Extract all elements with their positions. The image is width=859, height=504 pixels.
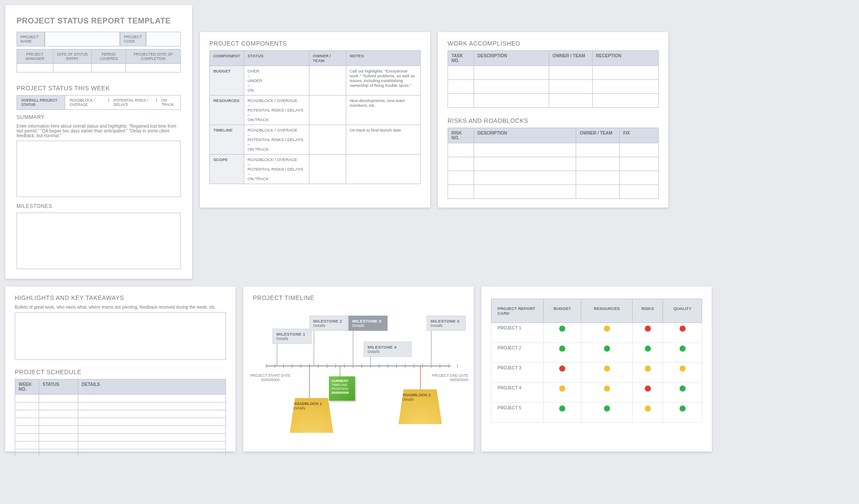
table-cell[interactable]: [474, 185, 576, 199]
table-cell[interactable]: [39, 395, 78, 402]
table-cell[interactable]: [474, 143, 576, 157]
project-id-row: PROJECT NAME PROJECT CODE: [17, 32, 181, 46]
table-cell[interactable]: [448, 94, 474, 108]
status-opt-roadblock[interactable]: ROADBLOCK / OVERAGE: [65, 96, 108, 109]
table-cell[interactable]: [78, 441, 226, 449]
table-cell[interactable]: [78, 418, 226, 426]
comp-notes[interactable]: On track to final launch date: [346, 125, 420, 155]
timeline-tick: [266, 364, 266, 368]
table-cell[interactable]: [15, 402, 39, 410]
table-cell[interactable]: [39, 441, 78, 449]
ms5-name: MILESTONE 5: [431, 319, 462, 323]
roadblock-2: ROADBLOCK 2Details: [398, 389, 442, 424]
table-cell[interactable]: [448, 143, 474, 157]
meta-h1: DATE OF STATUS ENTRY: [53, 49, 92, 64]
meta-cell[interactable]: [53, 64, 92, 72]
table-cell[interactable]: [448, 157, 474, 171]
status-opt-risks[interactable]: POTENTIAL RISKS / DELAYS: [109, 96, 156, 109]
status-opt-ontrack[interactable]: ON TRACK: [157, 96, 180, 109]
comp-h1: STATUS: [244, 51, 309, 66]
timeline-tick: [362, 364, 362, 368]
table-cell[interactable]: [78, 426, 226, 434]
table-cell[interactable]: [39, 402, 78, 410]
table-cell[interactable]: [15, 426, 39, 434]
highlights-hint: Bullets of great work, who owns what, wh…: [15, 305, 226, 310]
table-cell[interactable]: [15, 418, 39, 426]
table-cell[interactable]: [78, 402, 226, 410]
table-cell[interactable]: [448, 80, 474, 94]
comp-status[interactable]: ROADBLOCK / OVERAGE – POTENTIAL RISKS / …: [244, 96, 309, 125]
rc-cell: [544, 343, 581, 363]
table-cell[interactable]: [78, 434, 226, 441]
risks-h1: DESCRIPTION: [474, 128, 576, 143]
table-cell[interactable]: [39, 434, 78, 441]
table-cell[interactable]: [592, 66, 658, 80]
table-cell[interactable]: [78, 395, 226, 402]
table-cell[interactable]: [576, 157, 620, 171]
milestones-box[interactable]: [17, 213, 181, 269]
highlights-box[interactable]: [15, 312, 226, 360]
table-cell[interactable]: [15, 441, 39, 449]
status-dot-yellow: [604, 326, 610, 332]
summary-title: SUMMARY: [17, 114, 181, 120]
table-cell[interactable]: [448, 171, 474, 185]
comp-owner[interactable]: [309, 66, 346, 96]
comp-status[interactable]: ROADBLOCK / OVERAGE – POTENTIAL RISKS / …: [244, 155, 309, 184]
comp-notes[interactable]: New developments, new team members, etc.: [346, 96, 420, 125]
table-cell[interactable]: [474, 157, 576, 171]
meta-cell[interactable]: [17, 64, 53, 72]
rc-cell: [581, 343, 633, 363]
timeline-axis: [266, 366, 451, 366]
table-cell[interactable]: [549, 80, 592, 94]
table-cell[interactable]: [15, 449, 39, 457]
table-cell[interactable]: [15, 434, 39, 441]
table-cell[interactable]: [448, 66, 474, 80]
comp-owner[interactable]: [309, 125, 346, 155]
table-cell[interactable]: [620, 157, 659, 171]
table-cell[interactable]: [448, 185, 474, 199]
summary-box[interactable]: [17, 141, 181, 197]
timeline-tick: [396, 364, 397, 368]
table-cell[interactable]: [15, 410, 39, 418]
comp-notes[interactable]: [346, 155, 420, 184]
meta-cell[interactable]: [126, 64, 181, 72]
table-cell[interactable]: [592, 80, 658, 94]
table-cell[interactable]: [620, 185, 659, 199]
comp-status[interactable]: ROADBLOCK / OVERAGE – POTENTIAL RISKS / …: [244, 125, 309, 155]
comp-owner[interactable]: [309, 155, 346, 184]
project-name-value[interactable]: [45, 32, 120, 46]
comp-notes[interactable]: Call out highlights: "Exceptional work."…: [346, 66, 420, 96]
rc-cell: [663, 363, 702, 383]
table-cell[interactable]: [620, 171, 659, 185]
rc-project: PROJECT 4: [491, 383, 544, 403]
table-cell[interactable]: [576, 143, 620, 157]
milestones-title: MILESTONES: [17, 203, 181, 209]
table-cell[interactable]: [474, 94, 549, 108]
table-cell[interactable]: [474, 80, 549, 94]
table-cell[interactable]: [39, 426, 78, 434]
project-code-value[interactable]: [146, 32, 181, 46]
table-cell[interactable]: [39, 418, 78, 426]
table-cell[interactable]: [15, 395, 39, 402]
comp-owner[interactable]: [309, 96, 346, 125]
ms5-sub: Details: [431, 323, 443, 328]
table-cell[interactable]: [576, 185, 620, 199]
table-cell[interactable]: [620, 143, 659, 157]
table-cell[interactable]: [474, 66, 549, 80]
table-cell[interactable]: [592, 94, 658, 108]
table-cell[interactable]: [549, 66, 592, 80]
ms-connector: [370, 357, 371, 366]
table-cell[interactable]: [474, 171, 576, 185]
table-cell[interactable]: [39, 410, 78, 418]
table-cell[interactable]: [78, 410, 226, 418]
table-cell[interactable]: [576, 171, 620, 185]
table-cell[interactable]: [549, 94, 592, 108]
status-dot-yellow: [559, 385, 565, 392]
ms-connector: [314, 331, 314, 366]
ms3-sub: Details: [352, 323, 365, 328]
comp-status[interactable]: OVER – UNDER – ON: [244, 66, 309, 96]
table-cell[interactable]: [78, 449, 226, 457]
ms2-name: MILESTONE 2: [313, 319, 345, 323]
table-cell[interactable]: [39, 449, 78, 457]
meta-cell[interactable]: [92, 64, 126, 72]
